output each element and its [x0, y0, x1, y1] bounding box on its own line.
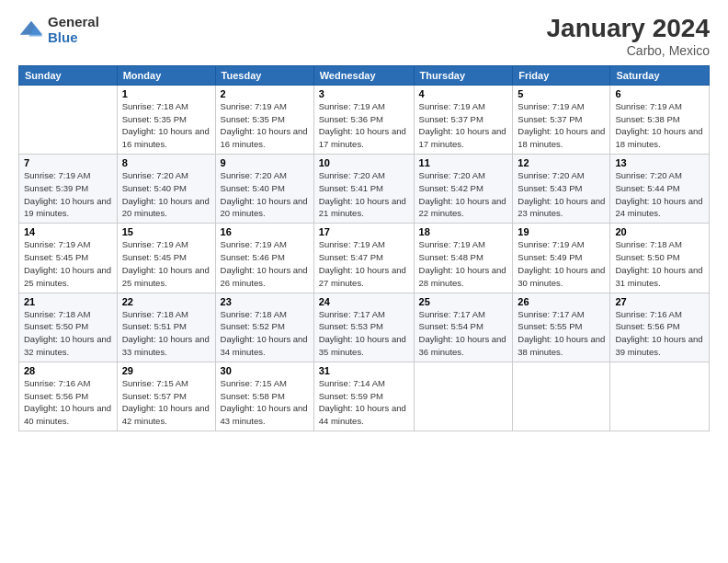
day-info: Sunrise: 7:19 AMSunset: 5:45 PMDaylight:… [24, 239, 111, 287]
table-row [19, 85, 118, 154]
table-row: 11 Sunrise: 7:20 AMSunset: 5:42 PMDaylig… [414, 155, 513, 224]
logo-text: General Blue [48, 15, 99, 45]
day-number: 17 [319, 226, 409, 237]
table-row: 15 Sunrise: 7:19 AMSunset: 5:45 PMDaylig… [117, 224, 215, 293]
table-row: 23 Sunrise: 7:18 AMSunset: 5:52 PMDaylig… [215, 293, 313, 362]
day-number: 5 [518, 88, 605, 99]
table-row [513, 362, 610, 431]
day-number: 4 [419, 88, 508, 99]
day-number: 6 [615, 88, 704, 99]
day-info: Sunrise: 7:19 AMSunset: 5:39 PMDaylight:… [24, 170, 111, 218]
table-row: 9 Sunrise: 7:20 AMSunset: 5:40 PMDayligh… [215, 155, 313, 224]
logo: General Blue [18, 15, 99, 45]
day-number: 1 [122, 88, 210, 99]
table-row: 4 Sunrise: 7:19 AMSunset: 5:37 PMDayligh… [414, 85, 513, 154]
day-info: Sunrise: 7:18 AMSunset: 5:51 PMDaylight:… [122, 309, 210, 357]
calendar-subtitle: Carbo, Mexico [547, 43, 710, 58]
day-number: 18 [419, 226, 508, 237]
day-info: Sunrise: 7:20 AMSunset: 5:40 PMDaylight:… [221, 170, 308, 218]
table-row: 8 Sunrise: 7:20 AMSunset: 5:40 PMDayligh… [117, 155, 215, 224]
col-tuesday: Tuesday [215, 65, 313, 85]
day-number: 3 [319, 88, 409, 99]
day-number: 11 [419, 157, 508, 168]
table-row: 6 Sunrise: 7:19 AMSunset: 5:38 PMDayligh… [610, 85, 710, 154]
day-number: 28 [24, 365, 112, 376]
calendar-week-3: 14 Sunrise: 7:19 AMSunset: 5:45 PMDaylig… [19, 224, 710, 293]
table-row: 5 Sunrise: 7:19 AMSunset: 5:37 PMDayligh… [513, 85, 610, 154]
day-info: Sunrise: 7:18 AMSunset: 5:50 PMDaylight:… [24, 309, 111, 357]
day-info: Sunrise: 7:15 AMSunset: 5:57 PMDaylight:… [122, 378, 210, 426]
day-number: 30 [221, 365, 309, 376]
table-row: 22 Sunrise: 7:18 AMSunset: 5:51 PMDaylig… [117, 293, 215, 362]
table-row: 7 Sunrise: 7:19 AMSunset: 5:39 PMDayligh… [19, 155, 118, 224]
calendar-table: Sunday Monday Tuesday Wednesday Thursday… [18, 65, 710, 431]
day-info: Sunrise: 7:19 AMSunset: 5:35 PMDaylight:… [221, 101, 308, 149]
day-info: Sunrise: 7:18 AMSunset: 5:50 PMDaylight:… [615, 239, 702, 287]
day-info: Sunrise: 7:20 AMSunset: 5:42 PMDaylight:… [419, 170, 506, 218]
day-number: 20 [615, 226, 704, 237]
table-row: 24 Sunrise: 7:17 AMSunset: 5:53 PMDaylig… [313, 293, 414, 362]
day-info: Sunrise: 7:17 AMSunset: 5:54 PMDaylight:… [419, 309, 506, 357]
day-info: Sunrise: 7:20 AMSunset: 5:41 PMDaylight:… [319, 170, 406, 218]
table-row: 18 Sunrise: 7:19 AMSunset: 5:48 PMDaylig… [414, 224, 513, 293]
day-number: 13 [615, 157, 704, 168]
col-wednesday: Wednesday [313, 65, 414, 85]
day-info: Sunrise: 7:20 AMSunset: 5:44 PMDaylight:… [615, 170, 702, 218]
table-row: 2 Sunrise: 7:19 AMSunset: 5:35 PMDayligh… [215, 85, 313, 154]
calendar-week-2: 7 Sunrise: 7:19 AMSunset: 5:39 PMDayligh… [19, 155, 710, 224]
day-number: 23 [221, 296, 309, 307]
calendar-week-1: 1 Sunrise: 7:18 AMSunset: 5:35 PMDayligh… [19, 85, 710, 154]
day-info: Sunrise: 7:17 AMSunset: 5:55 PMDaylight:… [518, 309, 605, 357]
title-area: January 2024 Carbo, Mexico [547, 15, 710, 58]
logo-icon [18, 17, 44, 43]
day-info: Sunrise: 7:19 AMSunset: 5:46 PMDaylight:… [221, 239, 308, 287]
day-number: 27 [615, 296, 704, 307]
col-monday: Monday [117, 65, 215, 85]
table-row: 14 Sunrise: 7:19 AMSunset: 5:45 PMDaylig… [19, 224, 118, 293]
table-row: 26 Sunrise: 7:17 AMSunset: 5:55 PMDaylig… [513, 293, 610, 362]
table-row: 31 Sunrise: 7:14 AMSunset: 5:59 PMDaylig… [313, 362, 414, 431]
table-row: 28 Sunrise: 7:16 AMSunset: 5:56 PMDaylig… [19, 362, 118, 431]
day-number: 26 [518, 296, 605, 307]
day-info: Sunrise: 7:19 AMSunset: 5:49 PMDaylight:… [518, 239, 605, 287]
day-number: 31 [319, 365, 409, 376]
table-row: 16 Sunrise: 7:19 AMSunset: 5:46 PMDaylig… [215, 224, 313, 293]
logo-general: General [48, 15, 99, 30]
logo-blue: Blue [48, 30, 99, 46]
day-info: Sunrise: 7:18 AMSunset: 5:52 PMDaylight:… [221, 309, 308, 357]
table-row: 10 Sunrise: 7:20 AMSunset: 5:41 PMDaylig… [313, 155, 414, 224]
day-number: 8 [122, 157, 210, 168]
day-number: 29 [122, 365, 210, 376]
calendar-header-row: Sunday Monday Tuesday Wednesday Thursday… [19, 65, 710, 85]
day-number: 10 [319, 157, 409, 168]
table-row: 29 Sunrise: 7:15 AMSunset: 5:57 PMDaylig… [117, 362, 215, 431]
day-info: Sunrise: 7:14 AMSunset: 5:59 PMDaylight:… [319, 378, 406, 426]
day-number: 25 [419, 296, 508, 307]
day-info: Sunrise: 7:19 AMSunset: 5:37 PMDaylight:… [419, 101, 506, 149]
day-number: 19 [518, 226, 605, 237]
table-row: 1 Sunrise: 7:18 AMSunset: 5:35 PMDayligh… [117, 85, 215, 154]
table-row [610, 362, 710, 431]
day-info: Sunrise: 7:18 AMSunset: 5:35 PMDaylight:… [122, 101, 210, 149]
calendar-week-4: 21 Sunrise: 7:18 AMSunset: 5:50 PMDaylig… [19, 293, 710, 362]
day-info: Sunrise: 7:19 AMSunset: 5:38 PMDaylight:… [615, 101, 702, 149]
day-info: Sunrise: 7:16 AMSunset: 5:56 PMDaylight:… [24, 378, 111, 426]
day-info: Sunrise: 7:19 AMSunset: 5:37 PMDaylight:… [518, 101, 605, 149]
day-number: 16 [221, 226, 309, 237]
table-row: 25 Sunrise: 7:17 AMSunset: 5:54 PMDaylig… [414, 293, 513, 362]
table-row: 30 Sunrise: 7:15 AMSunset: 5:58 PMDaylig… [215, 362, 313, 431]
day-number: 22 [122, 296, 210, 307]
day-number: 24 [319, 296, 409, 307]
col-thursday: Thursday [414, 65, 513, 85]
day-info: Sunrise: 7:17 AMSunset: 5:53 PMDaylight:… [319, 309, 406, 357]
day-info: Sunrise: 7:19 AMSunset: 5:48 PMDaylight:… [419, 239, 506, 287]
table-row: 17 Sunrise: 7:19 AMSunset: 5:47 PMDaylig… [313, 224, 414, 293]
table-row: 13 Sunrise: 7:20 AMSunset: 5:44 PMDaylig… [610, 155, 710, 224]
col-saturday: Saturday [610, 65, 710, 85]
page: General Blue January 2024 Carbo, Mexico … [0, 0, 728, 563]
day-number: 9 [221, 157, 309, 168]
calendar-week-5: 28 Sunrise: 7:16 AMSunset: 5:56 PMDaylig… [19, 362, 710, 431]
calendar-title: January 2024 [547, 15, 710, 43]
col-friday: Friday [513, 65, 610, 85]
day-info: Sunrise: 7:16 AMSunset: 5:56 PMDaylight:… [615, 309, 702, 357]
